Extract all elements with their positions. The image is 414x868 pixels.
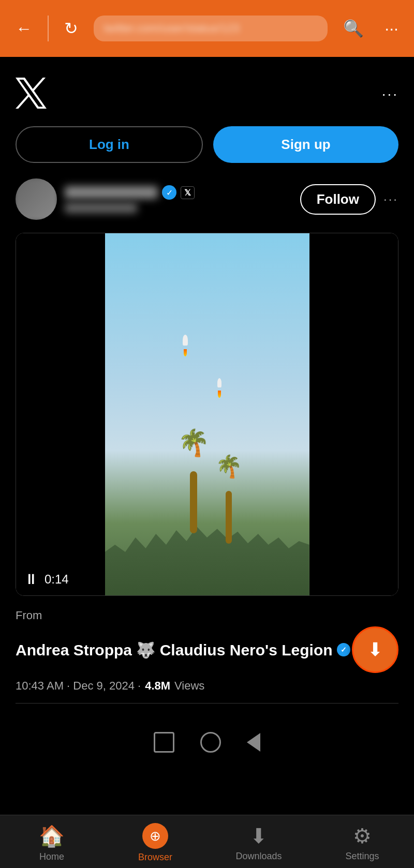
x-badge: 𝕏 [181, 186, 195, 199]
more-browser-button[interactable]: ··· [379, 14, 404, 43]
nav-home[interactable]: 🏠 Home [0, 824, 103, 862]
downloads-icon: ⬇ [250, 824, 268, 848]
user-name-blurred [65, 186, 158, 199]
verified-badge: ✓ [162, 185, 176, 200]
user-more-button[interactable]: ··· [383, 192, 398, 206]
post-meta: 10:43 AM · Dec 9, 2024 · 4.8M Views [16, 679, 398, 693]
browser-label: Browser [138, 852, 172, 863]
content-area: ··· Log in Sign up ✓ 𝕏 Follow ··· [0, 57, 414, 724]
video-side-right [309, 233, 398, 595]
sky-background: 🌴 🌴 [105, 233, 309, 595]
browser-bar: ← ↻ twitter.com/user/status/123 🔍 ··· [0, 0, 414, 57]
pause-icon[interactable]: ⏸ [24, 571, 38, 588]
video-controls: ⏸ 0:14 [24, 571, 69, 588]
post-views-label: Views [174, 679, 204, 693]
rocket-right [217, 378, 221, 392]
post-timestamp: 10:43 AM · Dec 9, 2024 · [16, 679, 141, 693]
browser-icon-circle: ⊕ [142, 823, 168, 849]
app-header: ··· [16, 67, 398, 126]
user-info: ✓ 𝕏 [65, 185, 292, 213]
user-actions: Follow ··· [300, 184, 398, 215]
video-container[interactable]: 🌴 🌴 ⏸ 0:14 [16, 233, 398, 596]
video-side-left [16, 233, 105, 595]
follow-button[interactable]: Follow [300, 184, 376, 215]
settings-icon: ⚙ [353, 824, 372, 848]
browser-icon: ⊕ [150, 828, 161, 844]
rocket-left [183, 335, 188, 350]
circle-indicator[interactable] [200, 732, 221, 753]
post-divider [16, 703, 398, 704]
x-logo [16, 78, 47, 111]
settings-label: Settings [345, 851, 379, 862]
video-time: 0:14 [45, 572, 69, 587]
post-author-row: Andrea Stroppa 🐺 Claudius Nero's Legion … [16, 626, 398, 673]
author-text: Andrea Stroppa 🐺 Claudius Nero's Legion [16, 641, 333, 659]
user-handle-blurred [65, 203, 137, 213]
square-indicator[interactable] [154, 732, 174, 753]
url-text: twitter.com/user/status/123 [104, 22, 240, 35]
login-button[interactable]: Log in [16, 126, 203, 163]
user-profile-row: ✓ 𝕏 Follow ··· [16, 178, 398, 220]
video-frame: 🌴 🌴 [16, 233, 398, 595]
download-fab-button[interactable]: ⬇ [352, 626, 398, 673]
search-button[interactable]: 🔍 [338, 13, 369, 43]
video-image: 🌴 🌴 [105, 233, 309, 595]
auth-buttons: Log in Sign up [16, 126, 398, 163]
url-bar[interactable]: twitter.com/user/status/123 [94, 16, 328, 41]
downloads-label: Downloads [235, 851, 282, 862]
signup-button[interactable]: Sign up [213, 126, 398, 163]
bottom-nav: 🏠 Home ⊕ Browser ⬇ Downloads ⚙ Settings [0, 815, 414, 868]
palm-right: 🌴 [217, 456, 241, 544]
author-verified-badge: ✓ [337, 643, 350, 656]
post-info: From Andrea Stroppa 🐺 Claudius Nero's Le… [16, 606, 398, 714]
post-author-name[interactable]: Andrea Stroppa 🐺 Claudius Nero's Legion … [16, 641, 350, 659]
avatar[interactable] [16, 178, 57, 220]
nav-browser[interactable]: ⊕ Browser [103, 823, 207, 863]
home-bar-area [0, 729, 414, 760]
divider [48, 16, 49, 41]
home-label: Home [39, 851, 64, 862]
treeline [105, 523, 309, 595]
user-name-row: ✓ 𝕏 [65, 185, 292, 200]
refresh-button[interactable]: ↻ [59, 13, 83, 43]
from-label: From [16, 609, 398, 622]
download-icon: ⬇ [367, 639, 383, 661]
back-button[interactable]: ← [10, 14, 37, 43]
nav-downloads[interactable]: ⬇ Downloads [207, 824, 310, 862]
home-icon: 🏠 [39, 824, 65, 848]
app-more-button[interactable]: ··· [382, 86, 398, 102]
nav-settings[interactable]: ⚙ Settings [310, 824, 414, 862]
back-indicator[interactable] [247, 733, 260, 752]
palm-left: 🌴 [181, 430, 206, 533]
post-views-count: 4.8M [145, 679, 170, 693]
